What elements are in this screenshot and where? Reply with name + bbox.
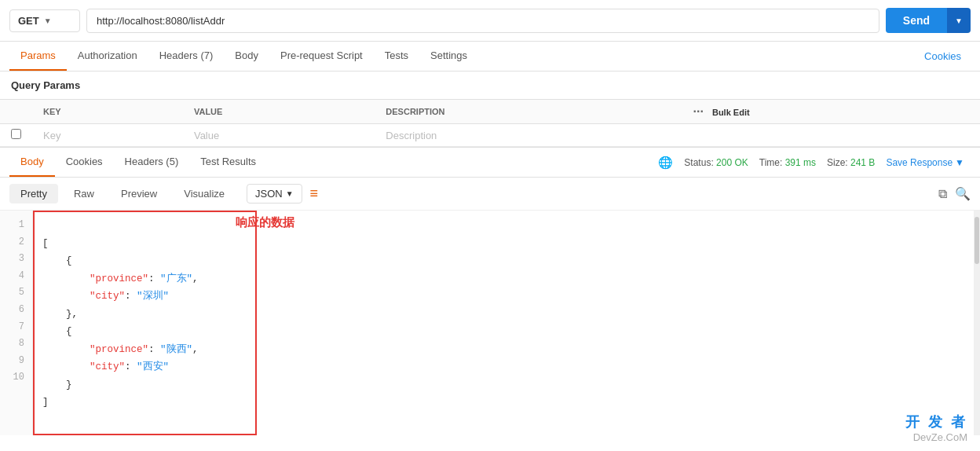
- body-tab-preview[interactable]: Preview: [110, 184, 168, 204]
- line-num-6: 6: [0, 302, 32, 319]
- scrollbar[interactable]: [974, 211, 980, 435]
- params-table: KEY VALUE DESCRIPTION ··· Bulk Edit Key …: [0, 99, 980, 147]
- body-tab-pretty[interactable]: Pretty: [9, 184, 58, 204]
- copy-icon[interactable]: ⧉: [938, 187, 947, 201]
- wrap-icon[interactable]: ≡: [310, 185, 319, 202]
- code-area: 1 2 3 4 5 6 7 8 9 10 [ { "province": "广东…: [0, 211, 980, 435]
- key-cell[interactable]: Key: [32, 124, 183, 147]
- line-num-7: 7: [0, 319, 32, 336]
- top-bar: GET ▼ Send ▼: [0, 0, 980, 42]
- description-cell[interactable]: Description: [375, 124, 682, 147]
- line-num-10: 10: [0, 369, 32, 387]
- th-checkbox: [0, 100, 32, 124]
- save-response-button[interactable]: Save Response ▼: [886, 157, 964, 168]
- globe-icon: 🌐: [658, 156, 673, 170]
- tab-tests[interactable]: Tests: [374, 42, 419, 71]
- format-chevron-icon: ▼: [286, 189, 294, 198]
- response-tabs-row: Body Cookies Headers (5) Test Results 🌐 …: [0, 148, 980, 178]
- response-tab-headers[interactable]: Headers (5): [114, 148, 190, 177]
- line-numbers: 1 2 3 4 5 6 7 8 9 10: [0, 211, 33, 435]
- request-tabs-row: Params Authorization Headers (7) Body Pr…: [0, 42, 980, 72]
- tab-headers[interactable]: Headers (7): [148, 42, 225, 71]
- send-btn-group: Send ▼: [886, 8, 971, 33]
- th-description: DESCRIPTION: [375, 100, 682, 124]
- send-dropdown-button[interactable]: ▼: [947, 8, 971, 33]
- value-cell[interactable]: Value: [183, 124, 375, 147]
- tab-params[interactable]: Params: [9, 42, 67, 71]
- send-button[interactable]: Send: [886, 8, 947, 33]
- body-format-tabs-row: Pretty Raw Preview Visualize JSON ▼ ≡ ⧉ …: [0, 178, 980, 211]
- tab-settings[interactable]: Settings: [419, 42, 478, 71]
- line-num-8: 8: [0, 336, 32, 353]
- cookies-link[interactable]: Cookies: [915, 42, 971, 70]
- scrollbar-thumb: [975, 217, 979, 264]
- table-row: Key Value Description: [0, 124, 980, 147]
- tab-prerequest[interactable]: Pre-request Script: [269, 42, 374, 71]
- tab-body[interactable]: Body: [224, 42, 269, 71]
- save-response-chevron-icon: ▼: [955, 157, 964, 168]
- method-select[interactable]: GET ▼: [9, 9, 80, 32]
- body-right-actions: ⧉ 🔍: [938, 186, 971, 201]
- url-input[interactable]: [86, 9, 879, 33]
- tab-authorization[interactable]: Authorization: [67, 42, 148, 71]
- line-num-2: 2: [0, 234, 32, 251]
- response-meta: 🌐 Status: 200 OK Time: 391 ms Size: 241 …: [658, 156, 971, 170]
- method-label: GET: [18, 15, 39, 27]
- save-response-label: Save Response: [886, 157, 953, 168]
- annotation-label: 响应的数据: [236, 215, 294, 230]
- search-icon[interactable]: 🔍: [955, 186, 971, 201]
- line-num-3: 3: [0, 251, 32, 268]
- code-content: [ { "province": "广东", "city": "深圳" }, { …: [33, 211, 974, 435]
- th-actions: ··· Bulk Edit: [682, 100, 980, 124]
- line-num-1: 1: [0, 217, 32, 234]
- row-checkbox-cell: [0, 124, 32, 147]
- status-ok: 200 OK: [716, 157, 748, 168]
- line-num-5: 5: [0, 284, 32, 302]
- time-meta: Time: 391 ms: [759, 156, 816, 168]
- response-tab-cookies[interactable]: Cookies: [55, 148, 114, 177]
- method-chevron-icon: ▼: [44, 16, 52, 25]
- status-badge: Status: 200 OK: [684, 156, 748, 168]
- line-num-4: 4: [0, 268, 32, 285]
- query-params-label: Query Params: [0, 72, 980, 99]
- more-options-icon[interactable]: ···: [693, 104, 704, 118]
- row-checkbox[interactable]: [11, 129, 21, 139]
- th-key: KEY: [32, 100, 183, 124]
- response-section: Body Cookies Headers (5) Test Results 🌐 …: [0, 147, 980, 435]
- size-meta: Size: 241 B: [827, 156, 875, 168]
- body-tab-raw[interactable]: Raw: [63, 184, 105, 204]
- format-select[interactable]: JSON ▼: [247, 184, 302, 204]
- th-value: VALUE: [183, 100, 375, 124]
- response-tab-body[interactable]: Body: [9, 148, 55, 177]
- format-label: JSON: [255, 188, 283, 200]
- body-tab-visualize[interactable]: Visualize: [173, 184, 236, 204]
- line-num-9: 9: [0, 353, 32, 370]
- bulk-edit-button[interactable]: Bulk Edit: [712, 108, 750, 117]
- row-actions-cell: [682, 124, 980, 147]
- response-tab-test-results[interactable]: Test Results: [189, 148, 267, 177]
